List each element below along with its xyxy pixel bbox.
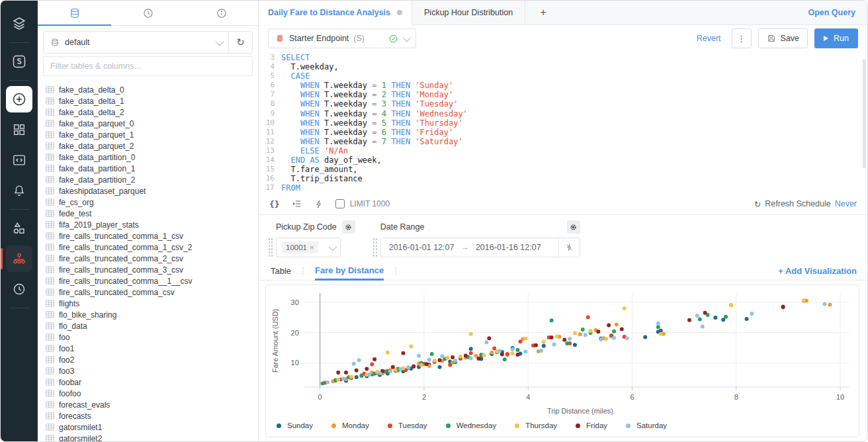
table-list-item[interactable]: foo1 (46, 343, 258, 354)
limit-checkbox[interactable] (335, 199, 345, 208)
bolt-slash-icon[interactable] (558, 238, 580, 257)
code-window-icon[interactable] (6, 147, 32, 173)
new-plus-icon[interactable] (6, 86, 32, 112)
legend-item-wednesday[interactable]: Wednesday (446, 421, 497, 429)
indent-format-icon[interactable] (292, 199, 302, 209)
table-list-item[interactable]: gatorsmilet1 (46, 421, 258, 433)
query-flow-icon[interactable] (6, 245, 32, 272)
code-line[interactable]: 5 CASE (259, 71, 867, 81)
table-list-item[interactable]: fake_data_parquet_0 (46, 118, 258, 129)
table-list-item[interactable]: flights (46, 298, 258, 309)
table-list-item[interactable]: fire_calls_truncated_comma_3_csv (46, 264, 258, 275)
table-list-item[interactable]: fire_calls_truncated_comma_1_csv (46, 230, 258, 242)
zip-gear-icon[interactable] (342, 220, 355, 234)
table-list-item[interactable]: foo2 (46, 354, 258, 365)
tab-table-result[interactable]: Table (271, 261, 291, 280)
kebab-icon[interactable]: ⋮ (390, 266, 401, 275)
engine-select[interactable]: Starter Endpoint (S) (268, 28, 416, 48)
table-list-item[interactable]: fake_data_partition_2 (46, 174, 258, 185)
more-options-button[interactable]: ⋮ (732, 28, 752, 48)
code-line[interactable]: 10 WHEN T.weekday = 5 THEN 'Thursday' (259, 118, 867, 128)
table-list-item[interactable]: flo_bike_sharing (46, 309, 258, 320)
new-tab-button[interactable]: + (525, 1, 561, 24)
table-list-item[interactable]: fake_data_partition_0 (46, 152, 258, 163)
notifications-bell-icon[interactable] (6, 177, 32, 204)
save-button[interactable]: Save (758, 28, 808, 48)
table-list-item[interactable]: fire_calls_truncated_comma_1_csv_2 (46, 242, 258, 253)
table-list-item[interactable]: fake_data_delta_0 (46, 84, 258, 95)
code-line[interactable]: 7 WHEN T.weekday = 2 THEN 'Monday' (259, 90, 867, 99)
tab-pickup-hour-distribution[interactable]: Pickup Hour Distribution (412, 1, 525, 24)
legend-item-thursday[interactable]: Thursday (515, 421, 557, 429)
tab-daily-fare-analysis[interactable]: Daily Fare to Distance Analysis (259, 1, 412, 24)
open-query-link[interactable]: Open Query (808, 1, 867, 24)
code-line[interactable]: 11 WHEN T.weekday = 6 THEN 'Friday' (259, 128, 867, 137)
table-list-item[interactable]: fede_test (46, 208, 258, 219)
date-range-input[interactable]: 2016-01-01 12:07 → 2016-01-16 12:07 (380, 238, 580, 257)
date-gear-icon[interactable] (567, 220, 580, 234)
code-line[interactable]: 13 ELSE 'N/An (259, 146, 867, 155)
code-line[interactable]: 12 WHEN T.weekday = 7 THEN 'Saturday' (259, 137, 867, 146)
code-line[interactable]: 17FROM (259, 183, 867, 193)
add-visualization-button[interactable]: + Add Visualization (778, 266, 857, 276)
code-line[interactable]: 8 WHEN T.weekday = 3 THEN 'Tuesday' (259, 99, 867, 109)
legend-item-saturday[interactable]: Saturday (626, 421, 667, 429)
code-line[interactable]: 3SELECT (259, 53, 867, 62)
zip-select[interactable]: 10001× (276, 238, 341, 257)
lightning-icon[interactable] (314, 199, 324, 209)
table-list-item[interactable]: fake_data_delta_1 (46, 95, 258, 107)
table-list-item[interactable]: fire_calls_truncated_comma_2_csv (46, 253, 258, 264)
tab-query-history[interactable] (111, 1, 185, 25)
code-line[interactable]: 6 WHEN T.weekday = 1 THEN 'Sunday' (259, 81, 867, 90)
table-list-item[interactable]: fake_data_delta_2 (46, 107, 258, 118)
table-list-item[interactable]: fe_cs_org (46, 197, 258, 208)
kebab-icon[interactable]: ⋮ (298, 266, 308, 275)
connector-select[interactable]: default (44, 32, 228, 53)
tab-fare-by-distance[interactable]: Fare by Distance (315, 262, 384, 281)
table-list-item[interactable]: foo3 (46, 365, 258, 376)
scatter-point (469, 351, 473, 355)
sql-editor[interactable]: 3SELECT4 T.weekday,5 CASE6 WHEN T.weekda… (259, 52, 867, 193)
refresh-connector-button[interactable]: ↻ (228, 32, 252, 53)
table-list-item[interactable]: foo (46, 332, 258, 343)
table-list-item[interactable]: fake_data_parquet_2 (46, 140, 258, 152)
table-list-item[interactable]: fire_calls_truncated_comma__1__csv (46, 275, 258, 287)
dashboard-grid-icon[interactable] (6, 116, 32, 143)
code-line[interactable]: 4 T.weekday, (259, 62, 867, 71)
code-line[interactable]: 16 T.trip_distance (259, 174, 867, 183)
table-filter-input[interactable] (43, 56, 253, 76)
table-list-item[interactable]: flo_data (46, 320, 258, 332)
table-list-item[interactable]: foobar (46, 376, 258, 388)
table-list-item[interactable]: fake_data_parquet_1 (46, 129, 258, 140)
remove-tag-icon[interactable]: × (310, 243, 314, 251)
tab-tables-database[interactable] (38, 1, 111, 25)
run-button[interactable]: Run (814, 28, 858, 48)
refresh-schedule-value[interactable]: Never (835, 199, 857, 208)
table-list-item[interactable]: foofoo (46, 388, 258, 399)
scrollbar[interactable] (863, 59, 866, 168)
table-list-item[interactable]: gatorsmilet2 (46, 433, 258, 442)
legend-item-sunday[interactable]: Sunday (277, 421, 313, 429)
layers-logo-icon[interactable] (6, 11, 32, 37)
drag-handle[interactable] (372, 238, 377, 257)
shapes-icon[interactable] (6, 215, 32, 242)
table-list-item[interactable]: fifa_2019_player_stats (46, 219, 258, 230)
drag-handle[interactable] (268, 238, 273, 257)
legend-item-friday[interactable]: Friday (576, 421, 607, 429)
table-list-item[interactable]: forecast_evals (46, 399, 258, 410)
format-braces-icon[interactable]: {} (269, 199, 280, 209)
code-line[interactable]: 14 END AS day_of_week, (259, 155, 867, 165)
legend-item-monday[interactable]: Monday (331, 421, 369, 429)
code-line[interactable]: 9 WHEN T.weekday = 4 THEN 'Wednesday' (259, 109, 867, 118)
date-start: 2016-01-01 12:07 (389, 243, 455, 252)
legend-item-tuesday[interactable]: Tuesday (388, 421, 427, 429)
history-clock-icon[interactable] (6, 276, 32, 302)
revert-link[interactable]: Revert (697, 34, 721, 43)
tab-info[interactable] (185, 1, 258, 25)
table-list-item[interactable]: fakeshipdataset_parquet (46, 185, 258, 197)
table-list-item[interactable]: fake_data_partition_1 (46, 163, 258, 174)
s-app-icon[interactable] (6, 48, 32, 75)
table-list-item[interactable]: forecasts (46, 410, 258, 421)
code-line[interactable]: 15 T.fare_amount, (259, 165, 867, 174)
table-list-item[interactable]: fire_calls_truncated_comma_csv (46, 287, 258, 298)
